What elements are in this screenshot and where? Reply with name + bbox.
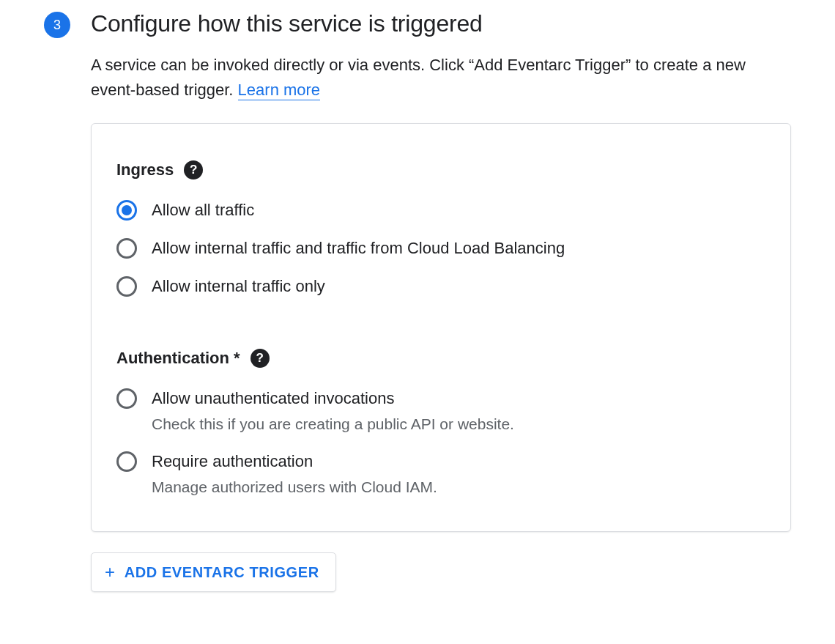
authentication-title: Authentication *	[116, 349, 240, 368]
ingress-option-internal-only[interactable]: Allow internal traffic only	[116, 275, 765, 298]
radio-labels: Allow internal traffic and traffic from …	[152, 237, 565, 260]
radio-label: Require authentication	[152, 450, 437, 473]
radio-icon	[116, 388, 137, 409]
radio-labels: Allow internal traffic only	[152, 275, 325, 298]
radio-label: Allow internal traffic and traffic from …	[152, 237, 565, 260]
help-icon[interactable]: ?	[250, 349, 270, 368]
ingress-title: Ingress	[116, 160, 174, 179]
radio-icon	[116, 451, 137, 472]
radio-icon	[116, 200, 137, 221]
radio-labels: Require authentication Manage authorized…	[152, 450, 437, 497]
plus-icon: +	[105, 563, 116, 581]
section-description: A service can be invoked directly or via…	[91, 53, 765, 103]
learn-more-link[interactable]: Learn more	[238, 81, 321, 100]
radio-labels: Allow all traffic	[152, 199, 254, 222]
step-number: 3	[53, 18, 61, 33]
radio-sublabel: Manage authorized users with Cloud IAM.	[152, 476, 437, 497]
section-title: Configure how this service is triggered	[91, 9, 791, 40]
radio-icon	[116, 276, 137, 297]
radio-label: Allow internal traffic only	[152, 275, 325, 298]
radio-sublabel: Check this if you are creating a public …	[152, 413, 514, 434]
radio-label: Allow all traffic	[152, 199, 254, 222]
radio-label: Allow unauthenticated invocations	[152, 387, 514, 410]
add-eventarc-trigger-button[interactable]: + ADD EVENTARC TRIGGER	[91, 552, 336, 592]
step-number-badge: 3	[44, 12, 70, 38]
spacer	[116, 312, 765, 349]
authentication-title-row: Authentication * ?	[116, 349, 765, 368]
help-icon[interactable]: ?	[184, 160, 203, 179]
add-trigger-button-label: ADD EVENTARC TRIGGER	[125, 564, 319, 581]
step-row: 3 Configure how this service is triggere…	[0, 0, 835, 592]
section-description-text: A service can be invoked directly or via…	[91, 56, 746, 99]
radio-labels: Allow unauthenticated invocations Check …	[152, 387, 514, 434]
step-content: Configure how this service is triggered …	[91, 9, 791, 592]
ingress-title-row: Ingress ?	[116, 160, 765, 179]
ingress-option-all-traffic[interactable]: Allow all traffic	[116, 199, 765, 222]
triggering-card: Ingress ? Allow all traffic Allow intern…	[91, 123, 791, 532]
auth-option-unauthenticated[interactable]: Allow unauthenticated invocations Check …	[116, 387, 765, 434]
radio-icon	[116, 238, 137, 259]
auth-option-require-auth[interactable]: Require authentication Manage authorized…	[116, 450, 765, 497]
ingress-option-internal-and-lb[interactable]: Allow internal traffic and traffic from …	[116, 237, 765, 260]
